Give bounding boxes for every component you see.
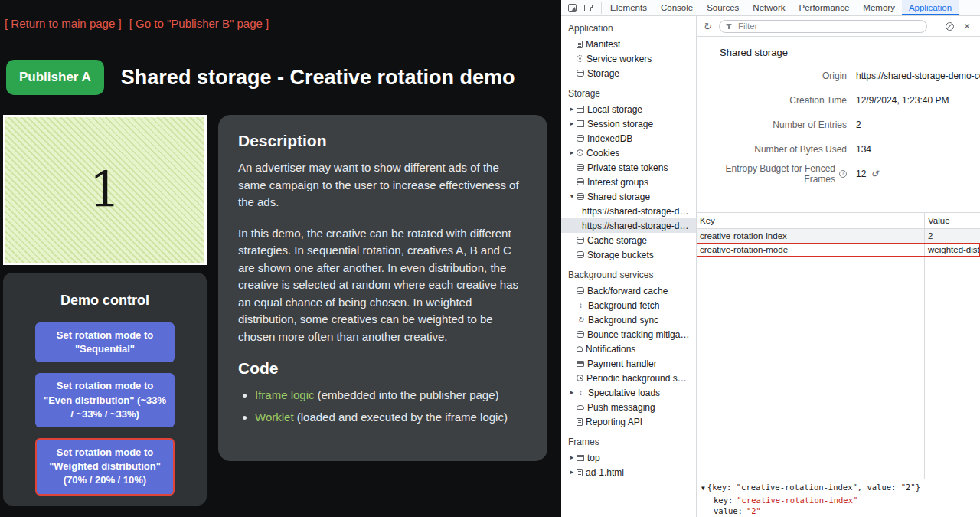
- sidebar-item-shared-storage[interactable]: Shared storage: [561, 189, 696, 204]
- column-header-key[interactable]: Key: [697, 213, 925, 228]
- chevron-collapsed-icon[interactable]: [567, 116, 577, 131]
- meta-row-number-of-entries: Number of Entries 2: [697, 113, 980, 137]
- sidebar-item-local-storage[interactable]: Local storage: [561, 102, 696, 116]
- sidebar-item-push-messaging[interactable]: Push messaging: [561, 400, 696, 414]
- sidebar-item-frame-ad-1[interactable]: ad-1.html: [561, 465, 696, 479]
- filter-box[interactable]: [719, 20, 927, 33]
- sidebar-item-payment-handler[interactable]: Payment handler: [561, 356, 696, 371]
- sidebar-item-label: Cache storage: [587, 235, 647, 246]
- sidebar-item-private-state-tokens[interactable]: Private state tokens: [561, 160, 696, 175]
- inspect-element-icon[interactable]: [568, 4, 577, 12]
- list-item: Worklet (loaded and executed by the ifra…: [255, 409, 528, 427]
- set-rotation-weighted-distribution-button[interactable]: Set rotation mode to "Weighted distribut…: [35, 438, 175, 496]
- background-sync-icon: [577, 316, 585, 324]
- sidebar-item-shared-storage-origin-2[interactable]: https://shared-storage-d…: [561, 218, 696, 233]
- sidebar-item-speculative-loads[interactable]: Speculative loads: [561, 385, 696, 400]
- devtools-tab-bar: Elements Console Sources Network Perform…: [561, 0, 980, 16]
- back-forward-cache-icon: [577, 287, 584, 294]
- device-toolbar-icon[interactable]: [584, 5, 593, 11]
- sidebar-item-label: Private state tokens: [587, 162, 668, 173]
- devtools-panel: Elements Console Sources Network Perform…: [561, 0, 980, 517]
- sidebar-item-bounce-tracking-mitigations[interactable]: Bounce tracking mitiga…: [561, 327, 696, 342]
- iframe-logic-link[interactable]: Iframe logic: [255, 388, 315, 401]
- sidebar-item-cache-storage[interactable]: Cache storage: [561, 233, 696, 247]
- sidebar-item-service-workers[interactable]: Service workers: [561, 51, 696, 66]
- sidebar-item-reporting-api[interactable]: Reporting API: [561, 414, 696, 429]
- tab-memory[interactable]: Memory: [856, 0, 902, 15]
- page-title: Shared storage - Creative rotation demo: [121, 66, 515, 90]
- filter-input[interactable]: [737, 21, 920, 31]
- meta-row-entropy-budget: Entropy Budget for Fenced Frames 12: [697, 162, 980, 186]
- tab-network[interactable]: Network: [746, 0, 792, 15]
- sidebar-section-frames: Frames: [561, 429, 696, 450]
- sidebar-item-label: Periodic background s…: [586, 373, 687, 384]
- column-header-value[interactable]: Value: [925, 213, 980, 228]
- reset-budget-icon[interactable]: [871, 169, 878, 179]
- demo-control-title: Demo control: [60, 293, 149, 309]
- chevron-collapsed-icon[interactable]: [567, 146, 577, 160]
- background-fetch-icon: [577, 302, 585, 309]
- set-rotation-even-distribution-button[interactable]: Set rotation mode to "Even distribution"…: [35, 373, 175, 427]
- list-item: Iframe logic (embedded into the publishe…: [255, 387, 528, 404]
- chevron-collapsed-icon[interactable]: [567, 385, 577, 400]
- tab-console[interactable]: Console: [654, 0, 700, 15]
- sidebar-item-background-sync[interactable]: Background sync: [561, 312, 696, 327]
- chevron-collapsed-icon[interactable]: [567, 450, 577, 465]
- sidebar-item-notifications[interactable]: Notifications: [561, 342, 696, 356]
- sidebar-item-background-fetch[interactable]: Background fetch: [561, 298, 696, 312]
- sidebar-item-interest-groups[interactable]: Interest groups: [561, 175, 696, 189]
- worklet-link[interactable]: Worklet: [255, 411, 294, 424]
- table-row-creative-rotation-mode[interactable]: creative-rotation-mode weighted-dist: [697, 243, 980, 257]
- service-workers-icon: [577, 55, 583, 62]
- tab-elements[interactable]: Elements: [603, 0, 654, 15]
- meta-value: 12/9/2024, 1:23:40 PM: [856, 95, 980, 106]
- tab-application[interactable]: Application: [902, 0, 959, 15]
- chevron-expanded-icon[interactable]: [567, 189, 577, 204]
- clear-all-icon[interactable]: [946, 22, 954, 31]
- preview-entry-line: key:"creative-rotation-index": [701, 495, 975, 506]
- sidebar-item-storage-buckets[interactable]: Storage buckets: [561, 247, 696, 262]
- sidebar-item-label: Notifications: [586, 344, 635, 355]
- sidebar-item-label: Local storage: [587, 104, 642, 115]
- sidebar-item-frame-top[interactable]: top: [561, 450, 696, 465]
- top-navigation: [ Return to main page ] [ Go to "Publish…: [5, 17, 273, 30]
- expand-toggle-icon[interactable]: [701, 483, 705, 495]
- go-publisher-b-link[interactable]: [ Go to "Publisher B" page ]: [129, 17, 269, 30]
- sidebar-item-storage[interactable]: Storage: [561, 66, 696, 80]
- chevron-collapsed-icon[interactable]: [567, 102, 577, 116]
- table-row-creative-rotation-index[interactable]: creative-rotation-index 2: [697, 229, 980, 243]
- application-sidebar: Application Manifest Service workers Sto…: [561, 16, 697, 517]
- preview-summary-line: {key: "creative-rotation-index", value: …: [701, 482, 975, 495]
- sidebar-item-shared-storage-origin-1[interactable]: https://shared-storage-d…: [561, 204, 696, 218]
- tab-sources[interactable]: Sources: [700, 0, 746, 15]
- sidebar-item-label: https://shared-storage-d…: [582, 206, 688, 217]
- tab-performance[interactable]: Performance: [792, 0, 857, 15]
- info-icon[interactable]: [839, 170, 847, 178]
- sidebar-section-storage: Storage: [561, 80, 696, 102]
- panel-title: Shared storage: [720, 47, 980, 58]
- code-links-list: Iframe logic (embedded into the publishe…: [238, 387, 528, 426]
- publisher-a-badge[interactable]: Publisher A: [6, 60, 104, 95]
- sidebar-item-periodic-background-sync[interactable]: Periodic background s…: [561, 371, 696, 385]
- sidebar-item-cookies[interactable]: Cookies: [561, 146, 696, 160]
- sidebar-item-back-forward-cache[interactable]: Back/forward cache: [561, 283, 696, 298]
- sidebar-item-label: IndexedDB: [587, 133, 632, 144]
- refresh-icon[interactable]: [703, 21, 711, 31]
- set-rotation-sequential-button[interactable]: Set rotation mode to "Sequential": [35, 322, 175, 362]
- table-empty-area: [697, 257, 980, 479]
- preview-value-name: value:: [714, 506, 743, 515]
- chevron-collapsed-icon[interactable]: [567, 465, 577, 479]
- description-paragraph: In this demo, the creative can be rotate…: [238, 225, 528, 346]
- sidebar-item-session-storage[interactable]: Session storage: [561, 116, 696, 131]
- meta-label: Origin: [822, 70, 847, 81]
- frame-document-icon: [577, 469, 583, 476]
- return-main-link[interactable]: [ Return to main page ]: [5, 17, 122, 30]
- meta-value: 2: [856, 119, 980, 130]
- cell-key: creative-rotation-mode: [697, 243, 925, 257]
- sidebar-item-indexeddb[interactable]: IndexedDB: [561, 131, 696, 146]
- sidebar-item-label: https://shared-storage-d…: [582, 221, 688, 231]
- meta-row-creation-time: Creation Time 12/9/2024, 1:23:40 PM: [697, 88, 980, 113]
- sidebar-item-manifest[interactable]: Manifest: [561, 37, 696, 51]
- delete-selected-icon[interactable]: [964, 21, 970, 31]
- sidebar-item-label: Push messaging: [587, 402, 655, 413]
